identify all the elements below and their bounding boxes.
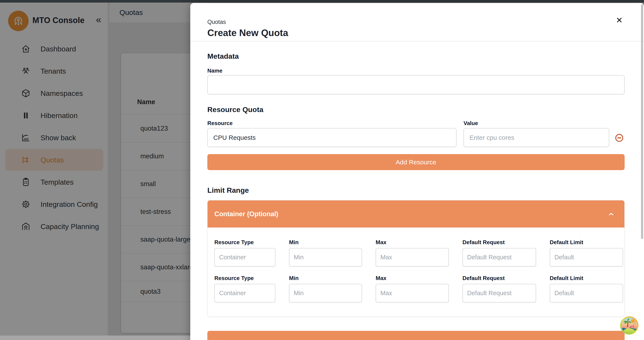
resource-quota-heading: Resource Quota [207, 105, 624, 114]
container-section-card: Container (Optional) Resource Type Min M… [207, 200, 624, 317]
resource-quota-row: Resource Value [207, 120, 624, 147]
resource-label: Resource [207, 120, 456, 126]
resource-type-input[interactable] [214, 284, 276, 302]
min-input[interactable] [289, 248, 362, 267]
breadcrumb: Quotas [207, 19, 624, 25]
modal-body: Metadata Name Resource Quota Resource Va… [190, 52, 644, 340]
add-resource-button[interactable]: Add Resource [207, 154, 624, 170]
min-label: Min [289, 239, 362, 245]
min-input[interactable] [289, 284, 362, 302]
limit-range-row: Resource Type Min Max Default Request De… [214, 239, 624, 267]
resource-type-input[interactable] [214, 248, 276, 267]
default-limit-input[interactable] [550, 284, 623, 302]
metadata-heading: Metadata [207, 52, 624, 60]
default-request-label: Default Request [462, 275, 536, 281]
limit-range-row: Resource Type Min Max Default Request De… [214, 275, 624, 302]
default-limit-label: Default Limit [550, 275, 623, 281]
create-quota-modal: Quotas Create New Quota ✕ Metadata Name … [190, 3, 644, 340]
chevron-up-icon [607, 210, 615, 218]
default-request-label: Default Request [462, 239, 536, 245]
modal-title: Create New Quota [207, 27, 624, 39]
max-label: Max [376, 275, 449, 281]
resource-input[interactable] [207, 128, 456, 147]
value-input[interactable] [464, 128, 609, 147]
min-label: Min [289, 275, 362, 281]
max-input[interactable] [376, 284, 449, 302]
close-icon[interactable]: ✕ [616, 16, 623, 24]
max-label: Max [376, 239, 449, 245]
resource-type-label: Resource Type [214, 239, 276, 245]
default-limit-label: Default Limit [550, 239, 623, 245]
name-label: Name [207, 68, 624, 74]
container-section-title: Container (Optional) [214, 210, 278, 218]
next-collapsed-section-header[interactable] [207, 331, 624, 340]
default-limit-input[interactable] [550, 248, 623, 267]
container-section-header[interactable]: Container (Optional) [208, 200, 624, 227]
remove-resource-icon[interactable] [615, 133, 624, 142]
island-badge-icon[interactable] [620, 316, 639, 335]
max-input[interactable] [376, 248, 449, 267]
default-request-input[interactable] [462, 284, 536, 302]
name-input[interactable] [207, 75, 624, 94]
screen: MTO Console « Dashboard Tenants [0, 0, 644, 340]
resource-type-label: Resource Type [214, 275, 276, 281]
container-section-body: Resource Type Min Max Default Request De… [208, 227, 624, 316]
value-label: Value [464, 120, 609, 126]
horizontal-scrollbar-track[interactable] [0, 335, 190, 340]
default-request-input[interactable] [462, 248, 536, 267]
modal-header: Quotas Create New Quota ✕ [190, 3, 644, 42]
modal-scrollbar-thumb[interactable] [641, 4, 643, 239]
limit-range-heading: Limit Range [207, 186, 624, 194]
